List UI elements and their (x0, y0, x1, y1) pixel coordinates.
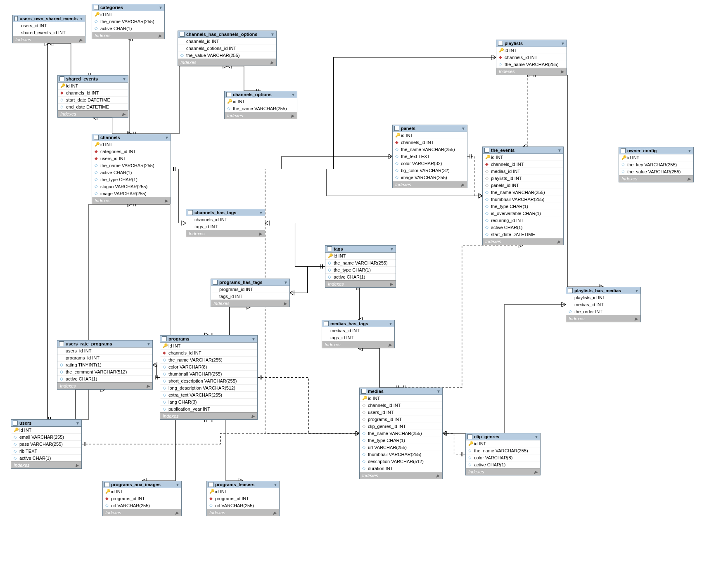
chevron-down-icon[interactable]: ▼ (251, 337, 256, 341)
chevron-right-icon[interactable]: ▶ (688, 177, 691, 181)
column-row[interactable]: ◇url VARCHAR(255) (207, 502, 279, 509)
table-channels[interactable]: channels▼🔑id INT◆categories_id INT◆users… (92, 134, 171, 204)
column-row[interactable]: medias_id INT (566, 301, 640, 308)
table-header[interactable]: panels▼ (393, 125, 467, 132)
chevron-right-icon[interactable]: ▶ (76, 463, 79, 468)
column-row[interactable]: ◇the_type CHAR(1) (483, 203, 563, 210)
indexes-section[interactable]: Indexes▶ (103, 509, 181, 516)
indexes-section[interactable]: Indexes▶ (160, 412, 257, 419)
table-header[interactable]: channels▼ (92, 134, 171, 141)
column-row[interactable]: channels_id INT (186, 216, 265, 223)
chevron-right-icon[interactable]: ▶ (165, 199, 168, 203)
indexes-section[interactable]: Indexes▶ (393, 181, 467, 188)
table-panels[interactable]: panels▼🔑id INT◆channels_id INT◇the_name … (392, 125, 467, 188)
chevron-right-icon[interactable]: ▶ (461, 182, 465, 187)
table-channels_options[interactable]: channels_options▼🔑id INT◇the_name VARCHA… (224, 91, 297, 119)
column-row[interactable]: 🔑id INT (207, 488, 279, 495)
chevron-right-icon[interactable]: ▶ (175, 511, 179, 515)
column-row[interactable]: users_id INT (13, 22, 85, 29)
column-row[interactable]: tags_id INT (322, 334, 394, 341)
column-row[interactable]: ◇long_description VARCHAR(512) (160, 384, 257, 391)
column-row[interactable]: ◇the_name VARCHAR(255) (496, 61, 567, 68)
column-row[interactable]: ◇the_type CHAR(1) (92, 176, 171, 183)
indexes-section[interactable]: Indexes▶ (566, 315, 640, 322)
indexes-section[interactable]: Indexes▶ (58, 110, 128, 117)
table-owner_config[interactable]: owner_config▼🔑id INT◇the_key VARCHAR(255… (619, 147, 694, 182)
indexes-section[interactable]: Indexes▶ (92, 32, 164, 39)
chevron-right-icon[interactable]: ▶ (291, 113, 294, 118)
table-programs_has_tags[interactable]: programs_has_tags▼programs_id INTtags_id… (211, 279, 290, 307)
table-header[interactable]: channels_has_channels_options▼ (178, 31, 276, 38)
column-row[interactable]: playlists_id INT (566, 294, 640, 301)
column-row[interactable]: 🔑id INT (103, 488, 181, 495)
chevron-right-icon[interactable]: ▶ (273, 511, 277, 515)
chevron-right-icon[interactable]: ▶ (436, 473, 440, 478)
chevron-down-icon[interactable]: ▼ (688, 149, 692, 153)
table-shared_events[interactable]: shared_events▼🔑id INT◆channels_id INT◇st… (57, 75, 128, 118)
indexes-section[interactable]: Indexes▶ (466, 468, 540, 475)
chevron-right-icon[interactable]: ▶ (259, 232, 262, 236)
column-row[interactable]: ◇image VARCHAR(255) (92, 190, 171, 197)
table-header[interactable]: clip_genres▼ (466, 433, 540, 440)
table-header[interactable]: playlists_has_medias▼ (566, 287, 640, 294)
column-row[interactable]: ◆channels_id INT (58, 89, 128, 96)
column-row[interactable]: 🔑id INT (483, 154, 563, 161)
column-row[interactable]: ◇the_order INT (566, 308, 640, 315)
column-row[interactable]: ◇bg_color VARCHAR(32) (393, 167, 467, 174)
column-row[interactable]: ◇the_name VARCHAR(255) (160, 356, 257, 363)
table-header[interactable]: users_own_shared_events▼ (13, 15, 85, 22)
chevron-down-icon[interactable]: ▼ (534, 435, 538, 439)
column-row[interactable]: ◇the_value VARCHAR(255) (178, 52, 276, 59)
table-tags[interactable]: tags▼🔑id INT◇the_name VARCHAR(255)◇the_t… (325, 245, 396, 288)
column-row[interactable]: 🔑id INT (11, 427, 81, 433)
table-medias[interactable]: medias▼🔑id INT◇channels_id INT◇users_id … (359, 388, 443, 479)
column-row[interactable]: 🔑id INT (325, 253, 396, 259)
column-row[interactable]: ◆programs_id INT (207, 495, 279, 502)
column-row[interactable]: ◆programs_id INT (103, 495, 181, 502)
chevron-down-icon[interactable]: ▼ (159, 5, 163, 10)
chevron-down-icon[interactable]: ▼ (461, 126, 465, 131)
column-row[interactable]: ◇pass VARCHAR(255) (11, 440, 81, 447)
table-programs_aux_images[interactable]: programs_aux_images▼🔑id INT◆programs_id … (102, 481, 182, 516)
table-header[interactable]: categories▼ (92, 4, 164, 11)
column-row[interactable]: medias_id INT (322, 327, 394, 334)
column-row[interactable]: 🔑id INT (58, 83, 128, 89)
column-row[interactable]: ◇the_value VARCHAR(255) (619, 168, 693, 175)
indexes-section[interactable]: Indexes▶ (225, 112, 297, 119)
chevron-down-icon[interactable]: ▼ (273, 482, 277, 487)
column-row[interactable]: ◇start_date DATETIME (58, 96, 128, 103)
chevron-down-icon[interactable]: ▼ (557, 148, 562, 153)
table-header[interactable]: channels_options▼ (225, 91, 297, 98)
table-header[interactable]: tags▼ (325, 246, 396, 253)
column-row[interactable]: programs_id INT (211, 286, 289, 293)
chevron-right-icon[interactable]: ▶ (557, 239, 561, 244)
column-row[interactable]: 🔑id INT (360, 395, 442, 402)
chevron-down-icon[interactable]: ▼ (147, 342, 151, 346)
column-row[interactable]: ◇active CHAR(1) (325, 273, 396, 280)
chevron-right-icon[interactable]: ▶ (79, 38, 83, 42)
column-row[interactable]: ◇is_overwritable CHAR(1) (483, 210, 563, 217)
column-row[interactable]: ◇active CHAR(1) (483, 224, 563, 231)
column-row[interactable]: ◆channels_id INT (160, 349, 257, 356)
column-row[interactable]: ◇active CHAR(1) (92, 25, 164, 32)
chevron-right-icon[interactable]: ▶ (635, 317, 638, 321)
column-row[interactable]: ◇the_name VARCHAR(255) (393, 146, 467, 153)
column-row[interactable]: ◇lang CHAR(3) (160, 398, 257, 405)
table-medias_has_tags[interactable]: medias_has_tags▼medias_id INTtags_id INT… (322, 320, 395, 348)
column-row[interactable]: programs_id INT (57, 354, 152, 361)
column-row[interactable]: ◆users_id INT (92, 155, 171, 162)
column-row[interactable]: ◇programs_id INT (360, 416, 442, 423)
indexes-section[interactable]: Indexes▶ (483, 238, 563, 245)
table-playlists[interactable]: playlists▼🔑id INT◆channels_id INT◇the_na… (496, 40, 567, 75)
column-row[interactable]: ◇users_id INT (360, 409, 442, 416)
column-row[interactable]: users_id INT (57, 348, 152, 354)
column-row[interactable]: ◇playlists_id INT (483, 175, 563, 182)
column-row[interactable]: ◇the_name VARCHAR(255) (483, 189, 563, 196)
indexes-section[interactable]: Indexes▶ (619, 175, 693, 182)
table-categories[interactable]: categories▼🔑id INT◇the_name VARCHAR(255)… (92, 4, 165, 39)
column-row[interactable]: tags_id INT (186, 223, 265, 230)
column-row[interactable]: ◇the_name VARCHAR(255) (466, 447, 540, 454)
column-row[interactable]: ◇panels_id INT (483, 182, 563, 189)
column-row[interactable]: ◇email VARCHAR(255) (11, 433, 81, 440)
column-row[interactable]: ◇the_type CHAR(1) (360, 437, 442, 444)
